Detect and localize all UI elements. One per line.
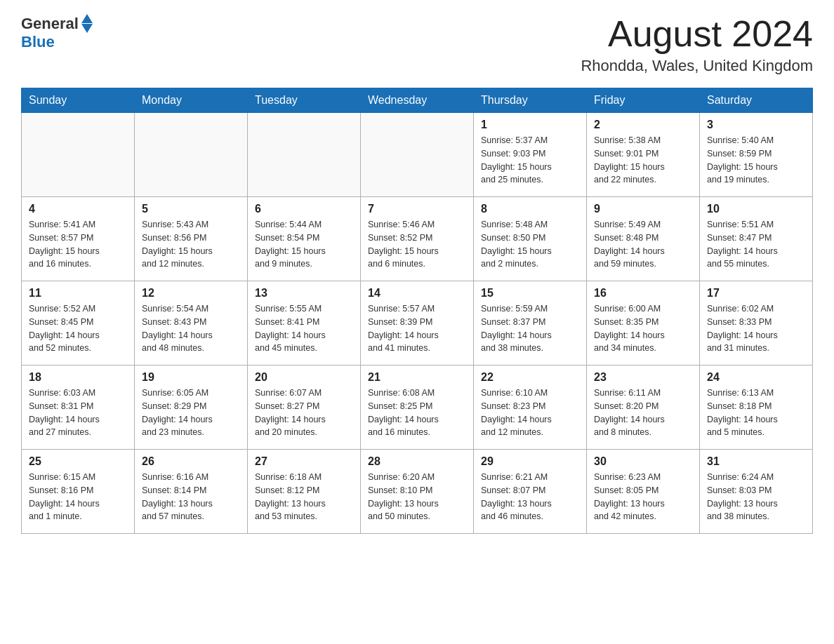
day-info: Sunrise: 5:41 AM Sunset: 8:57 PM Dayligh… [29,218,127,271]
day-number: 13 [255,287,353,300]
calendar-cell: 8Sunrise: 5:48 AM Sunset: 8:50 PM Daylig… [474,197,587,281]
logo: General Blue [21,14,93,51]
calendar-cell: 25Sunrise: 6:15 AM Sunset: 8:16 PM Dayli… [22,450,135,534]
day-number: 26 [142,455,240,468]
calendar-cell: 18Sunrise: 6:03 AM Sunset: 8:31 PM Dayli… [22,365,135,450]
day-number: 22 [481,371,579,384]
col-header-saturday: Saturday [700,88,813,113]
day-info: Sunrise: 5:59 AM Sunset: 8:37 PM Dayligh… [481,302,579,355]
day-info: Sunrise: 5:44 AM Sunset: 8:54 PM Dayligh… [255,218,353,271]
calendar-cell: 31Sunrise: 6:24 AM Sunset: 8:03 PM Dayli… [700,450,813,534]
day-number: 9 [594,203,692,215]
col-header-wednesday: Wednesday [361,88,474,113]
calendar-cell: 5Sunrise: 5:43 AM Sunset: 8:56 PM Daylig… [135,197,248,281]
day-info: Sunrise: 5:51 AM Sunset: 8:47 PM Dayligh… [707,218,805,271]
calendar-week-2: 4Sunrise: 5:41 AM Sunset: 8:57 PM Daylig… [22,197,813,281]
month-title: August 2024 [581,14,813,54]
day-number: 25 [29,455,127,468]
calendar-cell: 23Sunrise: 6:11 AM Sunset: 8:20 PM Dayli… [587,365,700,450]
day-number: 23 [594,371,692,384]
day-info: Sunrise: 6:18 AM Sunset: 8:12 PM Dayligh… [255,471,353,523]
logo-blue-text: Blue [21,33,55,51]
col-header-friday: Friday [587,88,700,113]
day-info: Sunrise: 5:43 AM Sunset: 8:56 PM Dayligh… [142,218,240,271]
calendar-cell: 6Sunrise: 5:44 AM Sunset: 8:54 PM Daylig… [248,197,361,281]
calendar-cell [248,113,361,197]
title-block: August 2024 Rhondda, Wales, United Kingd… [581,14,813,75]
day-number: 28 [368,455,466,468]
day-number: 29 [481,455,579,468]
calendar-table: SundayMondayTuesdayWednesdayThursdayFrid… [21,88,813,534]
day-number: 8 [481,203,579,215]
logo-icon [81,14,93,33]
day-number: 15 [481,287,579,300]
arrow-up-icon [81,14,93,23]
col-header-tuesday: Tuesday [248,88,361,113]
day-number: 19 [142,371,240,384]
day-number: 10 [707,203,805,215]
calendar-cell: 4Sunrise: 5:41 AM Sunset: 8:57 PM Daylig… [22,197,135,281]
day-info: Sunrise: 5:40 AM Sunset: 8:59 PM Dayligh… [707,134,805,187]
day-info: Sunrise: 6:16 AM Sunset: 8:14 PM Dayligh… [142,471,240,523]
day-info: Sunrise: 5:48 AM Sunset: 8:50 PM Dayligh… [481,218,579,271]
calendar-cell: 26Sunrise: 6:16 AM Sunset: 8:14 PM Dayli… [135,450,248,534]
day-info: Sunrise: 5:55 AM Sunset: 8:41 PM Dayligh… [255,302,353,355]
calendar-week-4: 18Sunrise: 6:03 AM Sunset: 8:31 PM Dayli… [22,365,813,450]
day-info: Sunrise: 6:21 AM Sunset: 8:07 PM Dayligh… [481,471,579,523]
calendar-cell: 29Sunrise: 6:21 AM Sunset: 8:07 PM Dayli… [474,450,587,534]
day-number: 31 [707,455,805,468]
calendar-cell: 11Sunrise: 5:52 AM Sunset: 8:45 PM Dayli… [22,281,135,365]
calendar-cell: 27Sunrise: 6:18 AM Sunset: 8:12 PM Dayli… [248,450,361,534]
day-number: 1 [481,119,579,131]
day-info: Sunrise: 5:46 AM Sunset: 8:52 PM Dayligh… [368,218,466,271]
day-info: Sunrise: 6:10 AM Sunset: 8:23 PM Dayligh… [481,387,579,439]
day-number: 12 [142,287,240,300]
day-info: Sunrise: 6:02 AM Sunset: 8:33 PM Dayligh… [707,302,805,355]
day-number: 27 [255,455,353,468]
calendar-cell: 10Sunrise: 5:51 AM Sunset: 8:47 PM Dayli… [700,197,813,281]
calendar-cell: 2Sunrise: 5:38 AM Sunset: 9:01 PM Daylig… [587,113,700,197]
day-info: Sunrise: 5:38 AM Sunset: 9:01 PM Dayligh… [594,134,692,187]
day-number: 3 [707,119,805,131]
day-number: 7 [368,203,466,215]
calendar-header-row: SundayMondayTuesdayWednesdayThursdayFrid… [22,88,813,113]
calendar-week-5: 25Sunrise: 6:15 AM Sunset: 8:16 PM Dayli… [22,450,813,534]
day-number: 11 [29,287,127,300]
col-header-sunday: Sunday [22,88,135,113]
day-number: 6 [255,203,353,215]
calendar-cell: 28Sunrise: 6:20 AM Sunset: 8:10 PM Dayli… [361,450,474,534]
calendar-cell: 3Sunrise: 5:40 AM Sunset: 8:59 PM Daylig… [700,113,813,197]
col-header-monday: Monday [135,88,248,113]
calendar-cell: 7Sunrise: 5:46 AM Sunset: 8:52 PM Daylig… [361,197,474,281]
day-number: 18 [29,371,127,384]
day-number: 14 [368,287,466,300]
calendar-cell: 12Sunrise: 5:54 AM Sunset: 8:43 PM Dayli… [135,281,248,365]
day-number: 2 [594,119,692,131]
calendar-cell: 22Sunrise: 6:10 AM Sunset: 8:23 PM Dayli… [474,365,587,450]
calendar-cell: 9Sunrise: 5:49 AM Sunset: 8:48 PM Daylig… [587,197,700,281]
calendar-cell: 21Sunrise: 6:08 AM Sunset: 8:25 PM Dayli… [361,365,474,450]
calendar-cell: 16Sunrise: 6:00 AM Sunset: 8:35 PM Dayli… [587,281,700,365]
day-number: 16 [594,287,692,300]
day-number: 20 [255,371,353,384]
calendar-cell: 30Sunrise: 6:23 AM Sunset: 8:05 PM Dayli… [587,450,700,534]
day-info: Sunrise: 5:52 AM Sunset: 8:45 PM Dayligh… [29,302,127,355]
day-info: Sunrise: 6:07 AM Sunset: 8:27 PM Dayligh… [255,387,353,439]
day-number: 24 [707,371,805,384]
calendar-cell [135,113,248,197]
location-title: Rhondda, Wales, United Kingdom [581,57,813,75]
day-info: Sunrise: 6:13 AM Sunset: 8:18 PM Dayligh… [707,387,805,439]
calendar-cell: 1Sunrise: 5:37 AM Sunset: 9:03 PM Daylig… [474,113,587,197]
col-header-thursday: Thursday [474,88,587,113]
logo-general-text: General [21,15,79,33]
page-header: General Blue August 2024 Rhondda, Wales,… [21,14,813,75]
calendar-week-1: 1Sunrise: 5:37 AM Sunset: 9:03 PM Daylig… [22,113,813,197]
day-number: 4 [29,203,127,215]
calendar-cell: 24Sunrise: 6:13 AM Sunset: 8:18 PM Dayli… [700,365,813,450]
calendar-cell: 17Sunrise: 6:02 AM Sunset: 8:33 PM Dayli… [700,281,813,365]
calendar-week-3: 11Sunrise: 5:52 AM Sunset: 8:45 PM Dayli… [22,281,813,365]
day-info: Sunrise: 6:08 AM Sunset: 8:25 PM Dayligh… [368,387,466,439]
calendar-cell [361,113,474,197]
day-info: Sunrise: 5:54 AM Sunset: 8:43 PM Dayligh… [142,302,240,355]
day-info: Sunrise: 6:03 AM Sunset: 8:31 PM Dayligh… [29,387,127,439]
